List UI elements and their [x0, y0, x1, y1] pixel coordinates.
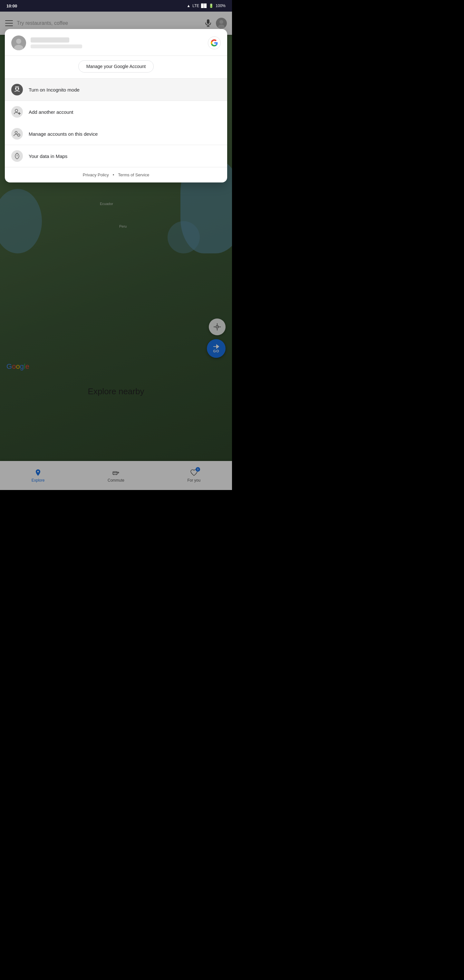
terms-of-service-link[interactable]: Terms of Service: [118, 172, 149, 177]
panel-user-email: [30, 45, 82, 48]
svg-point-22: [15, 88, 16, 89]
incognito-label: Turn on Incognito mode: [29, 87, 79, 92]
menu-item-add-account[interactable]: Add another account: [5, 101, 227, 123]
svg-point-28: [17, 134, 20, 136]
manage-accounts-label: Manage accounts on this device: [29, 131, 98, 137]
panel-header: [5, 29, 227, 56]
manage-accounts-icon: [11, 128, 23, 140]
svg-point-24: [15, 109, 18, 112]
data-maps-icon: [11, 150, 23, 162]
panel-user-avatar: [11, 35, 26, 50]
menu-item-data-maps[interactable]: Your data in Maps: [5, 145, 227, 167]
incognito-icon: [11, 84, 23, 95]
manage-account-button[interactable]: Manage your Google Account: [78, 60, 154, 73]
signal-type: LTE: [192, 3, 199, 8]
svg-point-23: [18, 88, 19, 89]
panel-user-name: [30, 37, 69, 43]
status-icons: ▲ LTE ▉▉ 🔋 100%: [187, 3, 226, 8]
menu-item-manage-accounts[interactable]: Manage accounts on this device: [5, 123, 227, 145]
status-time: 10:00: [6, 3, 17, 8]
panel-footer: Privacy Policy • Terms of Service: [5, 167, 227, 183]
battery-percent: 100%: [216, 3, 226, 8]
svg-point-19: [16, 39, 21, 44]
account-dropdown-panel: Manage your Google Account Turn on Incog…: [5, 29, 227, 183]
svg-point-27: [15, 132, 17, 134]
add-account-label: Add another account: [29, 109, 73, 115]
add-account-icon: [11, 106, 23, 118]
status-bar: 10:00 ▲ LTE ▉▉ 🔋 100%: [0, 0, 232, 12]
data-maps-label: Your data in Maps: [29, 153, 67, 159]
svg-point-20: [14, 45, 23, 50]
google-g-icon: [208, 37, 221, 49]
wifi-icon: ▲: [187, 3, 191, 8]
svg-point-34: [17, 156, 17, 157]
privacy-policy-link[interactable]: Privacy Policy: [83, 172, 109, 177]
panel-user-info: [30, 37, 203, 48]
signal-bars-icon: ▉▉: [201, 3, 207, 8]
menu-item-incognito[interactable]: Turn on Incognito mode: [5, 79, 227, 100]
battery-icon: 🔋: [209, 3, 214, 8]
footer-separator: •: [113, 172, 114, 177]
